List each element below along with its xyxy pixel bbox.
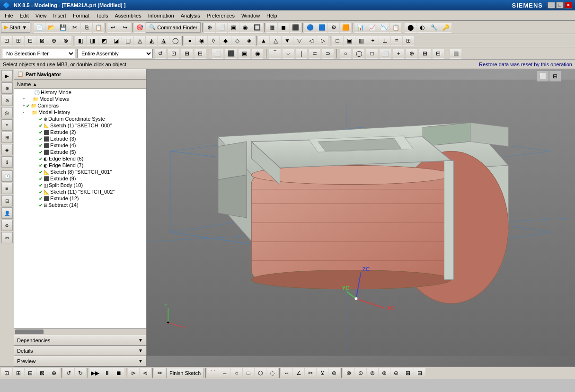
analysis-btn-4[interactable]: 📋 bbox=[390, 22, 401, 33]
tree-item-extrude3[interactable]: ✔⬛Extrude (3) bbox=[14, 135, 146, 142]
paste-button[interactable]: 📋 bbox=[93, 22, 104, 33]
menu-information[interactable]: Information bbox=[145, 12, 177, 19]
tree-item-extrude2[interactable]: ✔⬛Extrude (2) bbox=[14, 129, 146, 135]
menu-file[interactable]: File bbox=[2, 12, 16, 19]
filter-curve-5[interactable]: ⊃ bbox=[322, 48, 334, 59]
menu-edit[interactable]: Edit bbox=[17, 12, 32, 19]
tree-item-history-mode[interactable]: 🕐History Mode bbox=[14, 89, 146, 96]
viewport-ctrl-2[interactable]: ⊟ bbox=[549, 71, 561, 81]
sketch-misc-2[interactable]: ⊙ bbox=[355, 368, 366, 378]
sketch-circle-btn[interactable]: ○ bbox=[231, 368, 242, 378]
op-btn-2[interactable]: ◉ bbox=[196, 36, 207, 46]
op-btn-4[interactable]: ◆ bbox=[220, 36, 231, 46]
nav-dependencies-section[interactable]: Dependencies ▼ bbox=[14, 335, 146, 346]
command-finder-button[interactable]: 🔍 Command Finder bbox=[146, 22, 201, 33]
snap2-btn-3[interactable]: ⊟ bbox=[25, 36, 36, 46]
filter-sq-2[interactable]: ⬜ bbox=[380, 48, 391, 59]
bottom-btn-10[interactable]: ⏹ bbox=[113, 368, 124, 378]
op-btn-8[interactable]: △ bbox=[270, 36, 281, 46]
sketch-line-btn[interactable]: ⌒ bbox=[207, 368, 219, 378]
display-btn-3[interactable]: ⬛ bbox=[290, 22, 301, 33]
cut-button[interactable]: ✂ bbox=[69, 22, 80, 33]
view-btn-1[interactable]: ⬜ bbox=[216, 22, 227, 33]
minimize-button[interactable]: _ bbox=[548, 2, 555, 9]
feat-btn-2[interactable]: ◨ bbox=[87, 36, 98, 46]
bottom-btn-2[interactable]: ⊞ bbox=[13, 368, 24, 378]
filter-sq-1[interactable]: □ bbox=[366, 48, 378, 59]
tree-item-sketch11[interactable]: ✔📐Sketch (11) "SKETCH_002" bbox=[14, 188, 146, 195]
tree-item-model-views[interactable]: +📁Model Views bbox=[14, 96, 146, 102]
view-btn-2[interactable]: ▣ bbox=[228, 22, 239, 33]
bottom-btn-11[interactable]: ⊳ bbox=[128, 368, 139, 378]
sketch-offset-btn[interactable]: ⊜ bbox=[328, 368, 340, 378]
render-btn-2[interactable]: 🟦 bbox=[316, 22, 327, 33]
filter-curve-2[interactable]: ⌣ bbox=[283, 48, 294, 59]
feat-btn-6[interactable]: ◬ bbox=[134, 36, 145, 46]
analysis-btn-2[interactable]: 📈 bbox=[366, 22, 378, 33]
tree-item-splitbody10[interactable]: ✔◫Split Body (10) bbox=[14, 182, 146, 188]
filter-curve-1[interactable]: ⌒ bbox=[269, 48, 281, 59]
render-btn-4[interactable]: 🟧 bbox=[340, 22, 351, 33]
tree-item-cameras[interactable]: +✔📁Cameras bbox=[14, 102, 146, 109]
op-btn-10[interactable]: ▽ bbox=[293, 36, 305, 46]
feat-btn-1[interactable]: ◧ bbox=[75, 36, 86, 46]
tree-item-subtract14[interactable]: ✔⊟Subtract (14) bbox=[14, 202, 146, 208]
side-btn-5[interactable]: ⌖ bbox=[1, 119, 13, 131]
op-btn-6[interactable]: ◈ bbox=[243, 36, 255, 46]
side-btn-10[interactable]: ≡ bbox=[1, 183, 13, 194]
tree-item-edgeblend6[interactable]: ✔◐Edge Blend (6) bbox=[14, 155, 146, 162]
filter-btn-3[interactable]: ⊞ bbox=[181, 48, 193, 59]
maximize-button[interactable]: □ bbox=[556, 2, 564, 9]
snap2-btn-5[interactable]: ⊕ bbox=[48, 36, 60, 46]
tree-item-model-history[interactable]: -📁Model History bbox=[14, 109, 146, 116]
open-button[interactable]: 📂 bbox=[45, 22, 57, 33]
side-btn-3[interactable]: ⊗ bbox=[1, 95, 13, 106]
side-btn-8[interactable]: ℹ bbox=[1, 156, 13, 168]
sketch-misc-7[interactable]: ⊟ bbox=[414, 368, 425, 378]
menu-help[interactable]: Help bbox=[264, 12, 280, 19]
viewport-ctrl-1[interactable]: ⬜ bbox=[537, 71, 548, 81]
snap2-btn-2[interactable]: ⊞ bbox=[13, 36, 24, 46]
expand-btn-model-views[interactable]: + bbox=[23, 97, 25, 101]
feat-btn-4[interactable]: ◪ bbox=[110, 36, 122, 46]
misc-btn-4[interactable]: 🔑 bbox=[440, 22, 451, 33]
side-btn-11[interactable]: ⊟ bbox=[1, 195, 13, 206]
side-btn-4[interactable]: ◎ bbox=[1, 107, 13, 118]
side-btn-14[interactable]: ✂ bbox=[1, 232, 13, 243]
analysis-btn-3[interactable]: 📉 bbox=[378, 22, 389, 33]
tree-item-extrude4[interactable]: ✔⬛Extrude (4) bbox=[14, 142, 146, 149]
bottom-btn-4[interactable]: ⊠ bbox=[36, 368, 48, 378]
display-btn-2[interactable]: ◼ bbox=[278, 22, 289, 33]
filter-btn-4[interactable]: ⊟ bbox=[195, 48, 206, 59]
snap2-btn-1[interactable]: ⊡ bbox=[1, 36, 12, 46]
save-button[interactable]: 💾 bbox=[57, 22, 69, 33]
filter-sq-5[interactable]: ⊞ bbox=[419, 48, 431, 59]
nav-scrollbar-thumb[interactable] bbox=[15, 330, 44, 334]
op-btn-12[interactable]: ▷ bbox=[317, 36, 328, 46]
feat-btn-8[interactable]: ◮ bbox=[158, 36, 169, 46]
filter-view-1[interactable]: ⬜ bbox=[212, 48, 223, 59]
filter-curve-4[interactable]: ⊂ bbox=[309, 48, 320, 59]
feat-btn-7[interactable]: ◭ bbox=[146, 36, 157, 46]
nav-details-section[interactable]: Details ▼ bbox=[14, 346, 146, 356]
misc-btn-2[interactable]: ◐ bbox=[416, 22, 428, 33]
bottom-btn-12[interactable]: ⊲ bbox=[140, 368, 151, 378]
sketch-trim-btn[interactable]: ✂ bbox=[305, 368, 316, 378]
render-btn-3[interactable]: ⚙ bbox=[328, 22, 339, 33]
snap2-btn-6[interactable]: ⊗ bbox=[60, 36, 71, 46]
tree-item-extrude5[interactable]: ✔⬛Extrude (5) bbox=[14, 149, 146, 155]
op-btn-17[interactable]: ⊥ bbox=[379, 36, 390, 46]
bottom-btn-1[interactable]: ⊡ bbox=[1, 368, 12, 378]
sketch-misc-4[interactable]: ⊛ bbox=[379, 368, 390, 378]
side-btn-2[interactable]: ⊕ bbox=[1, 82, 13, 94]
op-btn-1[interactable]: ● bbox=[184, 36, 195, 46]
tree-item-extrude9[interactable]: ✔⬛Extrude (9) bbox=[14, 175, 146, 182]
scope-select[interactable]: Entire AssemblyWithin Work Part OnlyWith… bbox=[77, 49, 153, 58]
bottom-btn-3[interactable]: ⊟ bbox=[25, 368, 36, 378]
sketch-con-btn[interactable]: ∠ bbox=[293, 368, 304, 378]
bottom-btn-7[interactable]: ↻ bbox=[75, 368, 86, 378]
sketch-fillet-btn[interactable]: ◌ bbox=[266, 368, 278, 378]
menu-insert[interactable]: Insert bbox=[50, 12, 69, 19]
sketch-finish-icon[interactable]: ✏ bbox=[154, 368, 166, 378]
sketch-dim-btn[interactable]: ↔ bbox=[281, 368, 292, 378]
